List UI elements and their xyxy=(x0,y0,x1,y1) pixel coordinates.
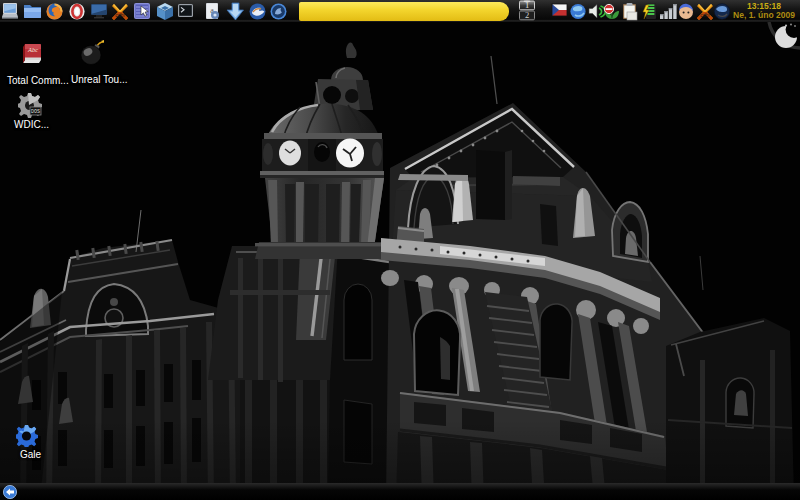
svg-text:DOS: DOS xyxy=(31,109,40,115)
svg-text:cdbf: cdbf xyxy=(115,12,125,18)
svg-text:2: 2 xyxy=(525,10,529,20)
svg-text:1: 1 xyxy=(525,0,529,10)
svg-text:cdbf: cdbf xyxy=(700,12,710,18)
svg-text:Abc: Abc xyxy=(27,46,38,53)
